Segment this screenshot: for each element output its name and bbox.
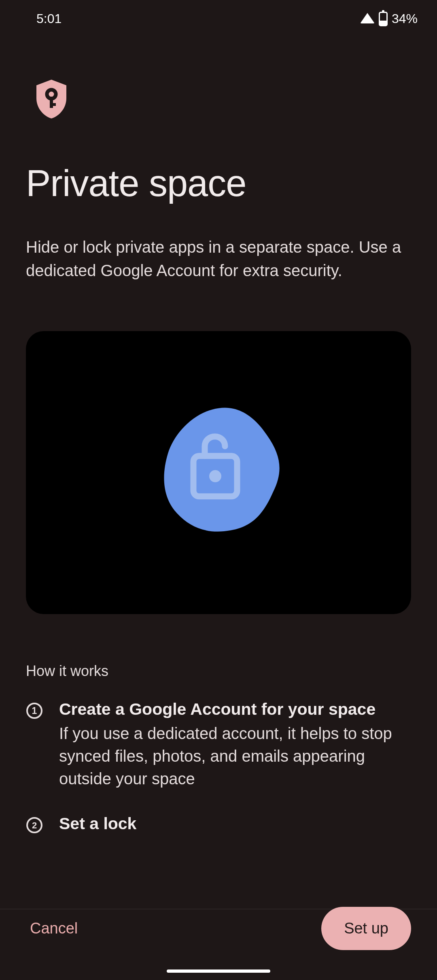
battery-icon bbox=[379, 12, 388, 26]
step-1-number-icon: 1 bbox=[26, 702, 43, 719]
status-bar: 5:01 34% bbox=[0, 0, 437, 34]
wifi-icon bbox=[360, 13, 375, 23]
step-2-number-icon: 2 bbox=[26, 817, 43, 834]
svg-text:1: 1 bbox=[32, 705, 37, 716]
svg-rect-1 bbox=[50, 97, 53, 108]
status-time: 5:01 bbox=[36, 11, 62, 26]
page-description: Hide or lock private apps in a separate … bbox=[26, 235, 411, 283]
status-right: 34% bbox=[360, 11, 418, 26]
illustration-card bbox=[26, 331, 411, 614]
setup-button[interactable]: Set up bbox=[321, 907, 411, 950]
lock-blob-illustration bbox=[146, 397, 291, 543]
main-content: Private space Hide or lock private apps … bbox=[0, 34, 437, 836]
step-1-title: Create a Google Account for your space bbox=[59, 700, 411, 719]
step-2-title: Set a lock bbox=[59, 814, 411, 833]
page-title: Private space bbox=[26, 162, 411, 205]
step-1-description: If you use a dedicated account, it helps… bbox=[59, 722, 411, 790]
bottom-bar: Cancel Set up bbox=[0, 889, 437, 968]
step-2: 2 Set a lock bbox=[26, 814, 411, 836]
svg-point-4 bbox=[209, 470, 221, 482]
battery-percent: 34% bbox=[392, 11, 418, 26]
nav-handle[interactable] bbox=[167, 969, 270, 973]
svg-rect-2 bbox=[50, 103, 56, 106]
how-it-works-title: How it works bbox=[26, 663, 411, 680]
svg-text:2: 2 bbox=[32, 820, 37, 830]
shield-key-icon bbox=[33, 79, 70, 119]
step-1: 1 Create a Google Account for your space… bbox=[26, 700, 411, 790]
cancel-button[interactable]: Cancel bbox=[26, 916, 82, 941]
